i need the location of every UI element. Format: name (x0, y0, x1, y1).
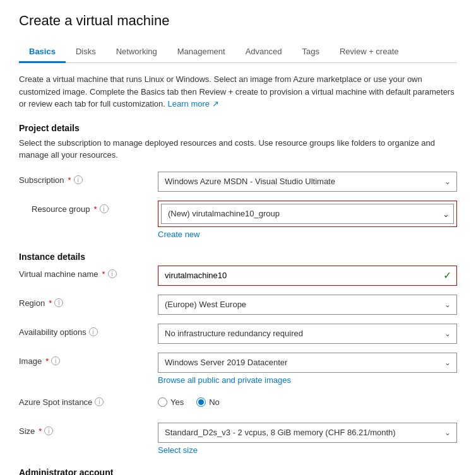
availability-row: Availability options i No infrastructure… (19, 324, 457, 344)
availability-label: Availability options i (19, 324, 158, 337)
resource-group-value: (New) virutalmachine10_group (168, 209, 280, 218)
region-control: (Europe) West Europe ⌄ (158, 295, 457, 315)
resource-group-required: * (94, 204, 97, 214)
vm-name-info-icon[interactable]: i (108, 269, 117, 278)
region-select-wrapper: (Europe) West Europe ⌄ (158, 295, 457, 315)
image-select-wrapper: Windows Server 2019 Datacenter ⌄ (158, 353, 457, 373)
vm-name-row: Virtual machine name * i ✓ (19, 266, 457, 286)
size-info-icon[interactable]: i (44, 426, 53, 435)
resource-group-row: Resource group * i (New) virutalmachine1… (19, 201, 457, 239)
learn-more-link[interactable]: Learn more ↗ (168, 99, 219, 108)
azure-spot-yes-option[interactable]: Yes (158, 397, 184, 407)
subscription-select[interactable]: Windows Azure MSDN - Visual Studio Ultim… (158, 172, 457, 192)
vm-name-highlighted-box: ✓ (158, 266, 457, 286)
resource-group-label: Resource group * i (19, 201, 158, 214)
azure-spot-label: Azure Spot instance i (19, 394, 158, 407)
size-select[interactable]: Standard_D2s_v3 - 2 vcpus, 8 GiB memory … (158, 423, 457, 443)
subscription-info-icon[interactable]: i (74, 175, 83, 184)
azure-spot-no-label: No (209, 397, 220, 407)
tab-basics[interactable]: Basics (19, 42, 66, 63)
region-info-icon[interactable]: i (54, 298, 63, 307)
image-row: Image * i Windows Server 2019 Datacenter… (19, 353, 457, 385)
azure-spot-no-radio[interactable] (196, 397, 206, 407)
resource-group-select-inner[interactable]: (New) virutalmachine10_group ⌄ (161, 204, 454, 224)
subscription-control: Windows Azure MSDN - Visual Studio Ultim… (158, 172, 457, 192)
tab-networking[interactable]: Networking (106, 42, 167, 63)
vm-name-input[interactable] (158, 266, 456, 285)
tab-advanced[interactable]: Advanced (235, 42, 292, 63)
resource-group-info-icon[interactable]: i (100, 204, 109, 213)
tab-review-create[interactable]: Review + create (330, 42, 409, 63)
azure-spot-row: Azure Spot instance i Yes No (19, 394, 457, 414)
project-details-title: Project details (19, 123, 457, 133)
region-label: Region * i (19, 295, 158, 308)
instance-details-title: Instance details (19, 252, 457, 262)
azure-spot-info-icon[interactable]: i (95, 397, 104, 406)
azure-spot-radio-group: Yes No (158, 394, 457, 407)
select-size-link[interactable]: Select size (158, 445, 457, 455)
tab-management[interactable]: Management (167, 42, 235, 63)
image-label: Image * i (19, 353, 158, 366)
resource-group-highlighted-box: (New) virutalmachine10_group ⌄ (158, 201, 457, 227)
size-select-wrapper: Standard_D2s_v3 - 2 vcpus, 8 GiB memory … (158, 423, 457, 443)
vm-name-label: Virtual machine name * i (19, 266, 158, 279)
image-select[interactable]: Windows Server 2019 Datacenter (158, 353, 457, 373)
availability-select-wrapper: No infrastructure redundancy required ⌄ (158, 324, 457, 344)
subscription-row: Subscription * i Windows Azure MSDN - Vi… (19, 172, 457, 192)
image-required: * (45, 356, 49, 366)
create-new-link[interactable]: Create new (158, 230, 457, 239)
project-details-desc: Select the subscription to manage deploy… (19, 137, 457, 161)
subscription-select-wrapper: Windows Azure MSDN - Visual Studio Ultim… (158, 172, 457, 192)
browse-images-link[interactable]: Browse all public and private images (158, 375, 457, 385)
region-required: * (49, 298, 52, 308)
subscription-label: Subscription * i (19, 172, 158, 185)
page-description: Create a virtual machine that runs Linux… (19, 73, 457, 110)
vm-name-check-icon: ✓ (443, 269, 451, 281)
tab-disks[interactable]: Disks (66, 42, 106, 63)
size-required: * (39, 426, 42, 436)
region-row: Region * i (Europe) West Europe ⌄ (19, 295, 457, 315)
region-select[interactable]: (Europe) West Europe (158, 295, 457, 315)
subscription-required: * (68, 175, 71, 185)
image-control: Windows Server 2019 Datacenter ⌄ Browse … (158, 353, 457, 385)
admin-account-title: Administrator account (19, 467, 457, 476)
azure-spot-no-option[interactable]: No (196, 397, 220, 407)
availability-control: No infrastructure redundancy required ⌄ (158, 324, 457, 344)
tab-tags[interactable]: Tags (292, 42, 329, 63)
availability-info-icon[interactable]: i (89, 327, 98, 336)
vm-name-required: * (102, 269, 105, 279)
size-control: Standard_D2s_v3 - 2 vcpus, 8 GiB memory … (158, 423, 457, 455)
resource-group-control: (New) virutalmachine10_group ⌄ Create ne… (158, 201, 457, 239)
size-label: Size * i (19, 423, 158, 436)
size-row: Size * i Standard_D2s_v3 - 2 vcpus, 8 Gi… (19, 423, 457, 455)
image-info-icon[interactable]: i (51, 356, 60, 365)
availability-select[interactable]: No infrastructure redundancy required (158, 324, 457, 344)
resource-group-chevron-icon: ⌄ (443, 209, 449, 218)
tab-bar: Basics Disks Networking Management Advan… (19, 42, 457, 63)
azure-spot-yes-label: Yes (170, 397, 184, 407)
vm-name-control: ✓ (158, 266, 457, 286)
azure-spot-control: Yes No (158, 394, 457, 407)
azure-spot-yes-radio[interactable] (158, 397, 167, 407)
page-title: Create a virtual machine (19, 13, 457, 29)
